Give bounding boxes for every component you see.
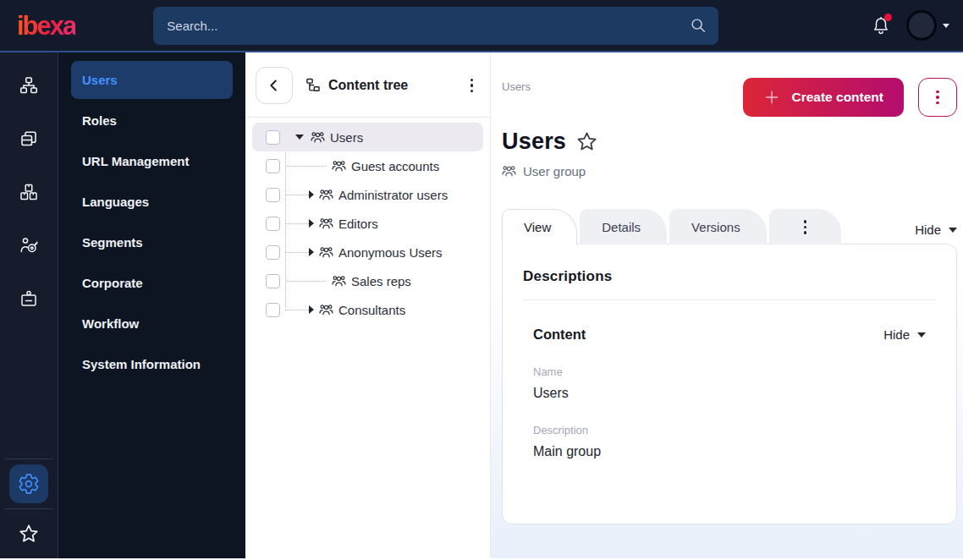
caret-down-icon xyxy=(917,332,926,338)
tree-connector-line xyxy=(285,252,309,253)
settings-gear-icon[interactable] xyxy=(9,464,48,503)
kebab-menu-icon xyxy=(799,215,812,239)
workspace: Users Roles URL Management Languages Seg… xyxy=(0,52,963,558)
content-tree-title: Content tree xyxy=(305,77,408,94)
admin-menu: Users Roles URL Management Languages Seg… xyxy=(58,52,245,558)
content-tree-rows: Users Guest accounts xyxy=(245,118,490,324)
page-title: Users xyxy=(502,129,566,155)
topbar-right xyxy=(871,10,953,41)
content-tree-header: Content tree xyxy=(245,52,490,117)
avatar xyxy=(906,10,937,41)
descriptions-heading: Descriptions xyxy=(523,268,936,285)
favorite-star-icon[interactable] xyxy=(575,130,598,153)
content-tree-icon xyxy=(305,77,322,94)
caret-down-icon xyxy=(949,228,957,233)
rail-divider xyxy=(5,508,53,509)
tree-connector-line xyxy=(285,310,309,310)
menu-item-system-information[interactable]: System Information xyxy=(71,345,233,383)
row-checkbox[interactable] xyxy=(266,245,280,260)
menu-item-roles[interactable]: Roles xyxy=(71,102,233,140)
tree-row-administrator-users[interactable]: Administrator users xyxy=(252,180,483,209)
user-group-icon xyxy=(502,164,516,178)
product-boxes-icon[interactable] xyxy=(9,173,48,211)
breadcrumb[interactable]: Users xyxy=(502,80,531,93)
ibexa-logo[interactable]: ibexa xyxy=(17,13,75,39)
hide-tabs-toggle[interactable]: Hide xyxy=(915,222,957,244)
hide-section-toggle[interactable]: Hide xyxy=(883,327,926,342)
row-checkbox[interactable] xyxy=(266,188,280,202)
tab-versions[interactable]: Versions xyxy=(669,209,767,244)
field-label: Description xyxy=(533,424,926,436)
field-name: Name Users xyxy=(533,365,926,401)
plus-icon xyxy=(763,89,780,106)
menu-item-workflow[interactable]: Workflow xyxy=(71,305,233,343)
user-group-icon xyxy=(332,159,346,173)
collapse-caret-icon[interactable] xyxy=(295,135,304,140)
row-checkbox[interactable] xyxy=(266,217,280,231)
kebab-menu-icon xyxy=(931,85,944,110)
tree-connector-line xyxy=(285,281,327,282)
user-group-icon xyxy=(319,217,333,231)
expand-caret-icon[interactable] xyxy=(309,305,314,314)
tabs-more-kebab-menu[interactable] xyxy=(769,209,842,244)
field-value: Users xyxy=(533,386,926,401)
row-checkbox[interactable] xyxy=(266,303,280,317)
notifications-button[interactable] xyxy=(871,15,891,36)
tab-details[interactable]: Details xyxy=(580,209,667,244)
row-checkbox[interactable] xyxy=(266,159,280,173)
tree-row-anonymous-users[interactable]: Anonymous Users xyxy=(252,238,483,266)
user-group-icon xyxy=(319,303,333,317)
tree-row-guest-accounts[interactable]: Guest accounts xyxy=(252,151,483,180)
chevron-left-icon xyxy=(265,76,283,95)
tab-view[interactable]: View xyxy=(502,209,577,244)
create-content-button[interactable]: Create content xyxy=(743,78,904,117)
audience-target-icon[interactable] xyxy=(9,226,48,265)
user-group-icon xyxy=(311,130,325,145)
menu-item-languages[interactable]: Languages xyxy=(71,183,233,221)
expand-caret-icon[interactable] xyxy=(309,190,314,199)
content-pages-icon[interactable] xyxy=(9,119,48,158)
notification-dot xyxy=(884,14,892,21)
expand-caret-icon[interactable] xyxy=(309,248,314,256)
tree-connector-line xyxy=(285,195,309,195)
content-tree-panel: Content tree Users xyxy=(245,52,491,558)
user-group-icon xyxy=(319,245,333,260)
sitemap-icon[interactable] xyxy=(9,66,48,105)
main-content: Users Create content Users xyxy=(491,52,963,558)
global-search xyxy=(153,7,718,45)
content-section-heading: Content xyxy=(533,327,586,343)
content-actions-kebab-menu[interactable] xyxy=(918,78,957,117)
menu-item-users[interactable]: Users xyxy=(71,61,233,99)
chevron-down-icon xyxy=(943,24,949,28)
user-group-icon xyxy=(332,274,346,288)
main-actions: Create content xyxy=(743,78,957,117)
id-badge-icon[interactable] xyxy=(9,279,48,318)
content-type-label: User group xyxy=(502,164,957,178)
rail-bottom xyxy=(0,453,58,558)
tree-connector-line xyxy=(285,223,309,224)
menu-item-corporate[interactable]: Corporate xyxy=(71,264,233,302)
tree-options-kebab-menu[interactable] xyxy=(465,74,479,98)
tree-row-sales-reps[interactable]: Sales reps xyxy=(252,266,483,295)
field-description: Description Main group xyxy=(533,424,926,459)
collapse-tree-button[interactable] xyxy=(256,67,293,104)
icon-rail xyxy=(0,52,58,558)
tab-bar: View Details Versions Hide xyxy=(502,209,957,244)
search-input[interactable] xyxy=(153,7,718,45)
menu-item-segments[interactable]: Segments xyxy=(71,223,233,261)
bookmarks-star-icon[interactable] xyxy=(9,514,48,553)
row-checkbox[interactable] xyxy=(266,274,280,288)
user-group-icon xyxy=(319,188,333,202)
tree-row-users[interactable]: Users xyxy=(252,123,483,151)
user-menu-button[interactable] xyxy=(906,10,953,41)
menu-item-url-management[interactable]: URL Management xyxy=(71,142,233,180)
top-bar: ibexa xyxy=(0,0,963,52)
tree-row-editors[interactable]: Editors xyxy=(252,209,483,238)
view-tab-card: Descriptions Content Hide Name Users Des… xyxy=(502,244,957,524)
expand-caret-icon[interactable] xyxy=(309,219,314,228)
content-section: Content Hide Name Users Description Main… xyxy=(523,327,936,459)
tree-row-consultants[interactable]: Consultants xyxy=(252,295,483,324)
rail-divider xyxy=(5,458,53,459)
search-icon[interactable] xyxy=(689,16,707,35)
row-checkbox[interactable] xyxy=(266,130,280,145)
